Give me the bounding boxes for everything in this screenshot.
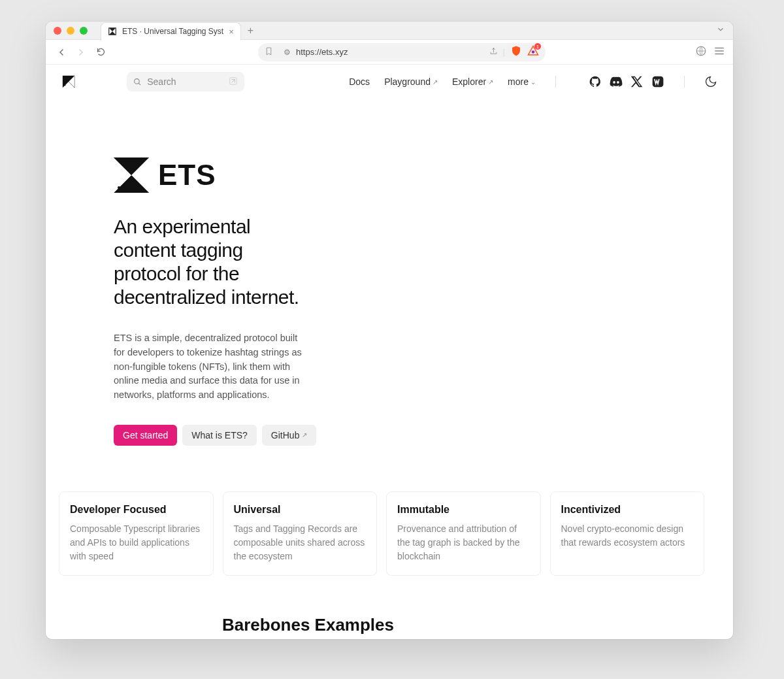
menu-icon[interactable] — [713, 45, 725, 59]
social-links — [589, 75, 664, 88]
hero-logo: ETS — [114, 157, 717, 193]
window-minimize-button[interactable] — [67, 27, 74, 35]
get-started-button[interactable]: Get started — [114, 425, 177, 446]
hero: ETS An experimental content tagging prot… — [46, 99, 733, 639]
external-link-icon: ↗ — [488, 78, 493, 86]
forward-button[interactable] — [73, 44, 89, 60]
feature-grid: Developer Focused Composable Typescript … — [59, 491, 704, 576]
hero-logo-text: ETS — [158, 159, 216, 191]
feature-desc: Tags and Tagging Records are composable … — [234, 522, 367, 563]
titlebar: ETS · Universal Tagging Syst × + — [46, 22, 733, 40]
nav-playground[interactable]: Playground↗ — [384, 76, 438, 87]
nav-divider — [684, 76, 685, 88]
search-icon — [133, 78, 142, 86]
feature-desc: Composable Typescript libraries and APIs… — [70, 522, 203, 563]
feature-title: Developer Focused — [70, 504, 203, 516]
reload-button[interactable] — [93, 44, 108, 60]
chevron-down-icon: ⌄ — [531, 78, 536, 86]
examples-section: Barebones Examples Create Tagging Record… — [222, 615, 549, 639]
github-button[interactable]: GitHub↗ — [262, 425, 317, 446]
svg-point-3 — [135, 78, 140, 84]
brave-rewards-icon[interactable]: 1 — [527, 45, 539, 59]
site-settings-icon[interactable]: ⚙ — [284, 48, 291, 57]
x-icon[interactable] — [630, 75, 644, 88]
site-viewport: Search Docs Playground↗ Explorer↗ more⌄ — [46, 65, 733, 639]
hero-description: ETS is a simple, decentralized protocol … — [114, 331, 310, 403]
search-input[interactable]: Search — [127, 72, 244, 91]
extension-icon[interactable] — [695, 45, 707, 59]
site-header: Search Docs Playground↗ Explorer↗ more⌄ — [46, 65, 733, 99]
browser-window: ETS · Universal Tagging Syst × + ⚙ https… — [46, 22, 733, 639]
feature-card: Universal Tags and Tagging Records are c… — [223, 491, 378, 576]
brave-shield-icon[interactable] — [510, 45, 522, 59]
site-nav: Docs Playground↗ Explorer↗ more⌄ — [349, 76, 536, 87]
svg-point-6 — [118, 186, 120, 189]
browser-toolbar: ⚙ https://ets.xyz | 1 — [46, 40, 733, 65]
feature-title: Incentivized — [561, 504, 694, 516]
traffic-lights — [54, 27, 88, 35]
feature-desc: Provenance and attribution of the tag gr… — [397, 522, 530, 563]
bookmark-icon[interactable] — [265, 47, 273, 58]
addressbar[interactable]: ⚙ https://ets.xyz | 1 — [258, 43, 546, 61]
window-close-button[interactable] — [54, 27, 61, 35]
theme-toggle-icon[interactable] — [704, 75, 717, 88]
search-placeholder: Search — [147, 76, 176, 87]
site-logo-icon[interactable] — [61, 75, 76, 89]
window-maximize-button[interactable] — [80, 27, 88, 35]
search-shortcut-icon — [229, 76, 238, 88]
what-is-ets-button[interactable]: What is ETS? — [182, 425, 257, 446]
feature-card: Developer Focused Composable Typescript … — [59, 491, 214, 576]
back-button[interactable] — [54, 44, 69, 60]
tabs-dropdown-icon[interactable] — [716, 25, 725, 37]
tab-title: ETS · Universal Tagging Syst — [122, 27, 223, 36]
external-link-icon: ↗ — [302, 431, 307, 439]
browser-tab[interactable]: ETS · Universal Tagging Syst × — [101, 22, 241, 41]
external-link-icon: ↗ — [433, 78, 438, 86]
feature-card: Incentivized Novel crypto-economic desig… — [550, 491, 705, 576]
feature-desc: Novel crypto-economic design that reward… — [561, 522, 694, 550]
feature-card: Immutable Provenance and attribution of … — [386, 491, 541, 576]
nav-more[interactable]: more⌄ — [508, 76, 536, 87]
github-icon[interactable] — [589, 75, 602, 88]
svg-point-2 — [65, 85, 66, 86]
examples-title: Barebones Examples — [222, 615, 549, 635]
nav-explorer[interactable]: Explorer↗ — [452, 76, 493, 87]
hero-heading: An experimental content tagging protocol… — [114, 215, 310, 309]
svg-point-0 — [532, 50, 535, 54]
feature-title: Universal — [234, 504, 367, 516]
tab-close-button[interactable]: × — [229, 27, 234, 37]
toolbar-divider: | — [503, 47, 505, 57]
tab-favicon — [108, 27, 117, 36]
hero-buttons: Get started What is ETS? GitHub↗ — [114, 425, 717, 446]
nav-divider — [555, 76, 556, 88]
warpcast-icon[interactable] — [651, 75, 664, 88]
hero-logo-icon — [114, 157, 149, 193]
new-tab-button[interactable]: + — [248, 25, 253, 37]
nav-docs[interactable]: Docs — [349, 76, 370, 87]
discord-icon[interactable] — [610, 75, 623, 88]
feature-title: Immutable — [397, 504, 530, 516]
url-text: https://ets.xyz — [296, 47, 484, 57]
share-icon[interactable] — [489, 47, 498, 58]
